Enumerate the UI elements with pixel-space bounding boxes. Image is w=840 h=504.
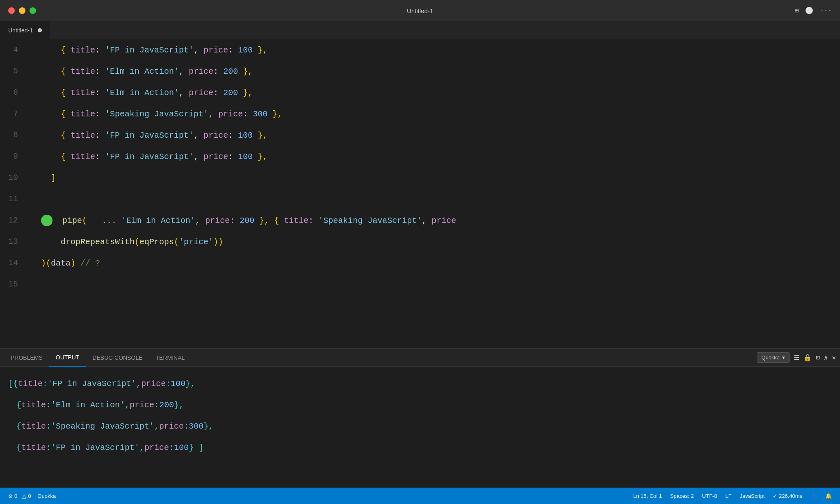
list-filter-icon[interactable]: ☰ (794, 354, 799, 362)
collapse-panel-icon[interactable]: ∧ (824, 354, 828, 362)
code-line-7: { title : 'Speaking JavaScript' , price … (41, 103, 840, 125)
tab-label: Untitled-1 (8, 27, 33, 34)
status-spaces[interactable]: Spaces: 2 (667, 493, 697, 499)
line-num-8: 8 (0, 125, 25, 146)
code-line-14: ) ( data ) // ? (41, 252, 840, 274)
output-line-3: { title : 'Speaking JavaScript' , price … (16, 416, 832, 437)
output-source-label: Quokka (761, 354, 780, 361)
warning-count: 0 (28, 493, 31, 499)
status-errors[interactable]: ⊗ 0 △ 0 (5, 493, 34, 499)
warning-icon: △ (22, 493, 26, 499)
line-num-4: 4 (0, 39, 25, 61)
line-num-10: 10 (0, 167, 25, 188)
tab-output-label: OUTPUT (56, 354, 80, 361)
line-num-6: 6 (0, 82, 25, 103)
spaces-label: Spaces: 2 (670, 493, 694, 499)
code-line-10: ] (41, 167, 840, 188)
code-line-9: { title : 'FP in JavaScript' , price : 1… (41, 146, 840, 167)
output-source-select[interactable]: Quokka ▾ (757, 352, 790, 363)
code-container[interactable]: 4 5 6 7 8 9 10 11 12 13 14 15 { title : … (0, 39, 840, 348)
error-count: 0 (14, 493, 17, 499)
line-num-9: 9 (0, 146, 25, 167)
line-num-12: 12 (0, 210, 25, 231)
language-label: JavaScript (740, 493, 765, 499)
editor-area: 4 5 6 7 8 9 10 11 12 13 14 15 { title : … (0, 39, 840, 504)
code-line-11 (41, 188, 840, 210)
title-bar: Untitled-1 ⊞ ⚪ ··· (0, 0, 840, 21)
chevron-down-icon: ▾ (782, 354, 785, 361)
lock-icon[interactable]: 🔒 (803, 354, 812, 362)
line-num-5: 5 (0, 61, 25, 82)
person-icon: 👤 (810, 493, 817, 499)
bell-icon: 🔔 (825, 493, 832, 499)
status-eol[interactable]: LF (722, 493, 735, 499)
minimize-button[interactable] (19, 7, 25, 14)
more-actions-icon[interactable]: ··· (820, 7, 832, 14)
tab-problems[interactable]: PROBLEMS (4, 349, 49, 367)
status-timing: ✓ 226.40ms (769, 493, 806, 499)
line-num-7: 7 (0, 103, 25, 125)
title-bar-actions: ⊞ ⚪ ··· (795, 7, 832, 15)
clear-output-icon[interactable]: ⊡ (816, 354, 820, 362)
status-bar: ⊗ 0 △ 0 Quokka Ln 15, Col 1 Spaces: 2 UT… (0, 488, 840, 504)
line-num-11: 11 (0, 188, 25, 210)
circle-icon: ⚪ (805, 7, 813, 15)
code-line-12: pipe ( ... 'Elm in Action' , price : 200… (41, 210, 840, 231)
tab-debug-label: DEBUG CONSOLE (92, 354, 142, 361)
status-bell-icon[interactable]: 🔔 (822, 493, 835, 499)
code-line-6: { title : 'Elm in Action' , price : 200 … (41, 82, 840, 103)
line-numbers: 4 5 6 7 8 9 10 11 12 13 14 15 (0, 39, 33, 348)
eol-label: LF (725, 493, 731, 499)
output-line-4: { title : 'FP in JavaScript' , price : 1… (16, 437, 832, 459)
line-num-14: 14 (0, 252, 25, 274)
line-num-13: 13 (0, 231, 25, 252)
status-quokka[interactable]: Quokka (34, 493, 59, 499)
maximize-button[interactable] (30, 7, 36, 14)
split-editor-icon[interactable]: ⊞ (795, 7, 799, 15)
tab-output[interactable]: OUTPUT (49, 349, 86, 367)
encoding-label: UTF-8 (702, 493, 717, 499)
tab-bar: Untitled-1 (0, 21, 840, 39)
tab-terminal-label: TERMINAL (156, 354, 185, 361)
line-num-15: 15 (0, 274, 25, 295)
quokka-label: Quokka (37, 493, 56, 499)
output-line-1: [ { title : 'FP in JavaScript' , price :… (8, 373, 832, 395)
status-position[interactable]: Ln 15, Col 1 (630, 493, 665, 499)
code-editor[interactable]: { title : 'FP in JavaScript' , price : 1… (33, 39, 840, 348)
editor-tab[interactable]: Untitled-1 (0, 21, 50, 39)
output-panel: PROBLEMS OUTPUT DEBUG CONSOLE TERMINAL Q… (0, 348, 840, 488)
traffic-lights (8, 7, 36, 14)
output-content: [ { title : 'FP in JavaScript' , price :… (0, 367, 840, 488)
tab-debug-console[interactable]: DEBUG CONSOLE (86, 349, 149, 367)
status-language[interactable]: JavaScript (737, 493, 768, 499)
panel-tabs: PROBLEMS OUTPUT DEBUG CONSOLE TERMINAL Q… (0, 349, 840, 367)
window-title: Untitled-1 (407, 7, 433, 14)
tab-problems-label: PROBLEMS (11, 354, 43, 361)
code-line-13: dropRepeatsWith ( eqProps ( 'price' )) (41, 231, 840, 252)
code-line-5: { title : 'Elm in Action' , price : 200 … (41, 61, 840, 82)
timing-label: ✓ 226.40ms (773, 493, 802, 499)
close-panel-icon[interactable]: ✕ (832, 354, 836, 362)
tab-terminal[interactable]: TERMINAL (149, 349, 192, 367)
output-line-2: { title : 'Elm in Action' , price : 200 … (16, 395, 832, 416)
close-button[interactable] (8, 7, 15, 14)
unsaved-dot (38, 28, 42, 32)
error-icon: ⊗ (8, 493, 13, 499)
status-encoding[interactable]: UTF-8 (699, 493, 721, 499)
code-line-4: { title : 'FP in JavaScript' , price : 1… (41, 39, 840, 61)
status-feedback-icon[interactable]: 👤 (807, 493, 820, 499)
position-label: Ln 15, Col 1 (633, 493, 662, 499)
panel-tab-actions: Quokka ▾ ☰ 🔒 ⊡ ∧ ✕ (757, 352, 836, 363)
status-right: Ln 15, Col 1 Spaces: 2 UTF-8 LF JavaScri… (630, 493, 835, 499)
code-line-8: { title : 'FP in JavaScript' , price : 1… (41, 125, 840, 146)
